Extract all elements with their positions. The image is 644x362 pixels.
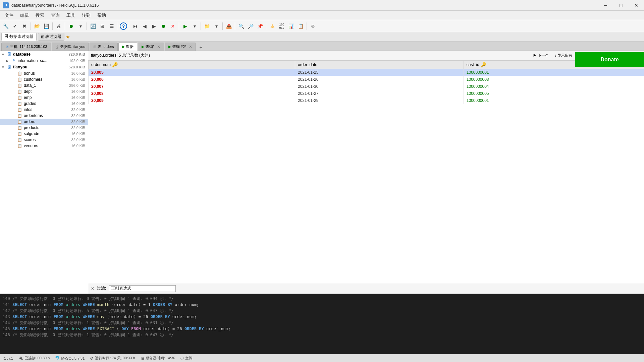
sidebar-label-grades: grades <box>24 101 71 106</box>
runtime-value: 运行时间: 74 天, 00:33 h <box>95 356 135 361</box>
sidebar-label-information: information_sc... <box>18 58 69 63</box>
sidebar-item-database-root[interactable]: ▼ 🗄 database 720.0 KiB <box>0 51 88 58</box>
tb-refresh-button[interactable]: 🔄 <box>89 22 97 31</box>
tb-bookmark-button[interactable]: 📌 <box>256 22 264 31</box>
minimize-button[interactable]: ─ <box>598 0 613 11</box>
tab-query2-close[interactable]: ✕ <box>189 45 192 49</box>
sidebar-item-emp[interactable]: 📋 emp 16.0 KiB <box>0 95 88 101</box>
tb-run-dropdown[interactable]: ▾ <box>190 22 199 31</box>
db-filter-button[interactable]: 🗄 数据库过滤器 <box>1 33 37 41</box>
tb-binary-button[interactable]: 100010 <box>277 22 286 31</box>
sidebar-item-products[interactable]: 📋 products 32.0 KiB <box>0 125 88 131</box>
tab-host[interactable]: 🖥 主机: 114.116.235.103 <box>1 43 51 51</box>
sidebar-item-bonus[interactable]: 📋 bonus 16.0 KiB <box>0 70 88 76</box>
tb-help-button[interactable]: ? <box>120 22 127 30</box>
menu-search[interactable]: 搜索 <box>32 11 48 20</box>
log-143-rest5: order_num; <box>172 314 197 319</box>
tb-open-button[interactable]: 📂 <box>33 22 41 31</box>
tree-toggle-database[interactable]: ▼ <box>1 53 6 56</box>
tb-prev-button[interactable]: ⏮ <box>131 22 140 31</box>
tb-grid-button[interactable]: ⊞ <box>98 22 107 31</box>
tab-db[interactable]: 🗄 数据库: tianyou <box>52 43 89 51</box>
tb-save-button[interactable]: 💾 <box>42 22 51 31</box>
tb-connect-dropdown[interactable]: ▾ <box>76 22 85 31</box>
tb-export2-button[interactable]: 📋 <box>296 22 305 31</box>
tb-warn-button[interactable]: ⚠ <box>268 22 277 31</box>
tb-stop-button[interactable]: ⏺ <box>159 22 168 31</box>
tab-add-button[interactable]: + <box>197 45 205 51</box>
tab-query1-close[interactable]: ✕ <box>157 45 160 49</box>
idle-value: 空闲. <box>185 356 194 361</box>
tb-folder-button[interactable]: 📁 <box>203 22 211 31</box>
sidebar-item-customers[interactable]: 📋 customers 16.0 KiB <box>0 76 88 82</box>
sidebar-item-salgrade[interactable]: 📋 salgrade 16.0 KiB <box>0 131 88 137</box>
menu-goto[interactable]: 转到 <box>78 11 94 20</box>
title-text: database\tianyou\orders\ - HeidiSQL 11.1… <box>11 3 99 8</box>
tree-toggle-information[interactable]: ▶ <box>6 59 11 63</box>
tb-print-button[interactable]: 🖨 <box>54 22 63 31</box>
tb-chart-button[interactable]: 📊 <box>287 22 296 31</box>
maximize-button[interactable]: □ <box>613 0 629 11</box>
menu-query[interactable]: 查询 <box>48 11 63 20</box>
filter-input[interactable] <box>109 285 176 292</box>
tab-table[interactable]: ⊞ 表: orders <box>90 43 117 51</box>
show-all-button[interactable]: ↕ 显示所有 <box>552 52 575 59</box>
tb-export-button[interactable]: 📤 <box>224 22 233 31</box>
log-144-num: 144 <box>3 320 12 325</box>
sidebar-item-orderitems[interactable]: 📋 orderitems 32.0 KiB <box>0 113 88 119</box>
statusbar: r1 : c1 🔌 已连接: 00:39 h 🐬 MySQL 5.7.31 ⏱ … <box>0 354 644 362</box>
tb-prev2-button[interactable]: ◀ <box>140 22 149 31</box>
table-row[interactable]: 20,0082021-01-271000000005 <box>89 90 644 97</box>
tab-query1[interactable]: ▶ 查询* ✕ <box>138 43 164 51</box>
sidebar-item-orders[interactable]: 📋 orders 32.0 KiB <box>0 119 88 125</box>
sidebar-item-information-sc[interactable]: ▶ 🗄 information_sc... 192.0 KiB <box>0 58 88 64</box>
tree-toggle-tianyou[interactable]: ▼ <box>1 65 6 69</box>
sidebar-item-grades[interactable]: 📋 grades 16.0 KiB <box>0 101 88 107</box>
sidebar-item-tianyou[interactable]: ▼ 🗄 tianyou 528.0 KiB <box>0 64 88 70</box>
tb-close2-button[interactable]: ⊗ <box>309 22 317 31</box>
sidebar-label-orders: orders <box>24 119 71 124</box>
log-145-rest1: order_num <box>30 326 54 331</box>
tb-next2-button[interactable]: ▶ <box>150 22 158 31</box>
sidebar-item-vendors[interactable]: 📋 vendors 16.0 KiB <box>0 143 88 149</box>
donate-button[interactable]: Donate <box>575 52 644 67</box>
sidebar-item-data1[interactable]: 📋 data_1 256.0 KiB <box>0 82 88 88</box>
tb-run-button[interactable]: ▶ <box>181 22 190 31</box>
table-row[interactable]: 20,0092021-01-291000000001 <box>89 97 644 104</box>
tb-list-button[interactable]: ☰ <box>107 22 116 31</box>
tb-new-button[interactable]: 🔧 <box>1 22 10 31</box>
log-line-144: 144 /* 受影响记录行数: 0 已找到记录行: 1 警告: 0 持续时间 1… <box>3 320 641 326</box>
log-141-order: ORDER BY <box>153 302 172 307</box>
tb-close-button[interactable]: ✖ <box>20 22 29 31</box>
col-header-order-num[interactable]: order_num 🔑 <box>89 61 295 69</box>
close-button[interactable]: ✕ <box>629 0 644 11</box>
tab-data[interactable]: ▶ 数据 <box>118 43 137 51</box>
filter-close-icon[interactable]: ✕ <box>91 286 94 291</box>
sidebar-size-bonus: 16.0 KiB <box>71 71 87 75</box>
log-142-num: 142 <box>3 308 12 313</box>
table-row[interactable]: 20,0072021-01-301000000004 <box>89 83 644 90</box>
menu-help[interactable]: 帮助 <box>94 11 109 20</box>
tb-folder-dropdown[interactable]: ▾ <box>212 22 221 31</box>
menu-tools[interactable]: 工具 <box>63 11 78 20</box>
tb-search-button[interactable]: 🔍 <box>237 22 246 31</box>
table-row[interactable]: 20,0062021-01-261000000003 <box>89 76 644 83</box>
log-145-day: DAY <box>121 326 129 331</box>
tb-connect-button[interactable]: ⏺ <box>67 22 75 31</box>
next-button[interactable]: ▶ 下一个 <box>531 52 551 59</box>
tb-cancel-button[interactable]: ✕ <box>168 22 177 31</box>
col-header-order-date[interactable]: order_date <box>295 61 464 69</box>
menu-file[interactable]: 文件 <box>1 11 17 20</box>
tb-search2-button[interactable]: 🔎 <box>246 22 255 31</box>
tab-query2[interactable]: ▶ 查询 #2* ✕ <box>165 43 196 51</box>
menu-edit[interactable]: 编辑 <box>17 11 32 20</box>
table-row[interactable]: 20,0052021-01-251000000001 <box>89 69 644 76</box>
sidebar-item-scores[interactable]: 📋 scores 32.0 KiB <box>0 137 88 143</box>
sidebar-label-products: products <box>24 125 71 130</box>
sidebar-item-dept[interactable]: 📋 dept 16.0 KiB <box>0 88 88 95</box>
table-filter-button[interactable]: ⊞ 表过滤器 <box>38 33 64 41</box>
tb-check-button[interactable]: ✔ <box>11 22 19 31</box>
sidebar-item-infos[interactable]: 📋 infos 32.0 KiB <box>0 107 88 113</box>
log-145-rest6: order_date) = 26 <box>143 326 184 331</box>
main-wrapper: ▼ 🗄 database 720.0 KiB ▶ 🗄 information_s… <box>0 51 644 362</box>
